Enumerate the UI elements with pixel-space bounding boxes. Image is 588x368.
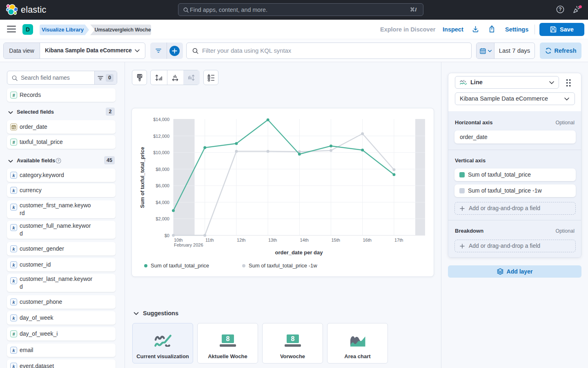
- svg-text:15th: 15th: [332, 238, 340, 242]
- svg-text:Sum of taxful_total_price: Sum of taxful_total_price: [151, 263, 209, 269]
- svg-text:$14,000: $14,000: [153, 117, 169, 122]
- svg-text:$2,000: $2,000: [156, 216, 169, 221]
- svg-text:$10,000: $10,000: [153, 150, 169, 155]
- svg-text:Sum of taxful_total_price -1w: Sum of taxful_total_price -1w: [249, 263, 317, 269]
- svg-text:?: ?: [559, 7, 561, 12]
- svg-text:$12,000: $12,000: [153, 134, 169, 139]
- svg-text:17th: 17th: [394, 238, 403, 242]
- svg-text:$4,000: $4,000: [156, 200, 169, 205]
- svg-text:$8,000: $8,000: [156, 167, 169, 172]
- svg-text:12th: 12th: [237, 238, 245, 242]
- svg-text:14th: 14th: [300, 238, 309, 242]
- svg-text:16th: 16th: [363, 238, 372, 242]
- svg-text:?: ?: [57, 159, 60, 163]
- svg-text:order_date per day: order_date per day: [275, 249, 323, 256]
- svg-text:10th: 10th: [174, 238, 183, 242]
- svg-text:13th: 13th: [268, 238, 277, 242]
- svg-text:11th: 11th: [205, 238, 214, 242]
- svg-text:$0: $0: [165, 233, 169, 238]
- svg-text:February 2026: February 2026: [174, 242, 203, 247]
- svg-text:Sum of taxful_total_price: Sum of taxful_total_price: [140, 147, 145, 208]
- svg-text:$6,000: $6,000: [156, 183, 169, 188]
